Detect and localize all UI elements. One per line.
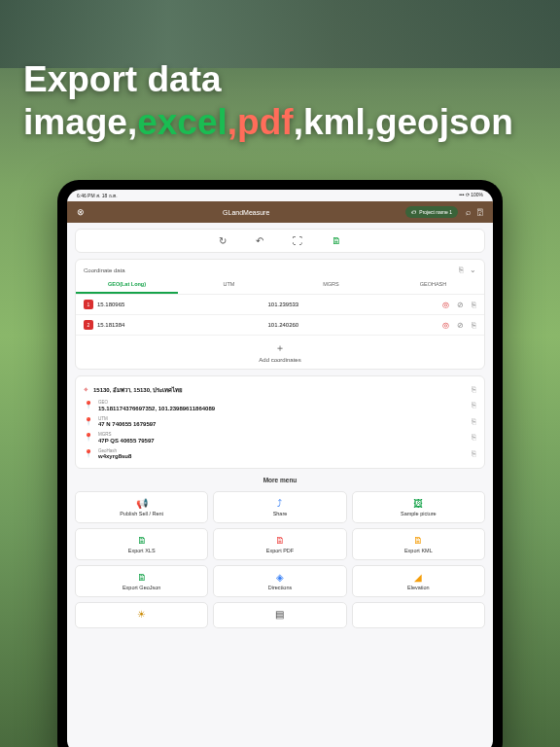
close-icon[interactable]: ⊗ — [75, 206, 87, 218]
more-menu-grid: 📢Publish Sell / Rent ⤴Share 🖼Sample pict… — [75, 491, 485, 628]
export-xls-button[interactable]: 🗎Export XLS — [75, 528, 208, 560]
app-title: GLandMeasure — [87, 209, 405, 216]
more-menu-title: More menu — [75, 475, 485, 485]
headline: Export data image,excel,pdf,kml,geojson — [23, 58, 541, 143]
directions-button[interactable]: ◈Directions — [213, 565, 346, 597]
info-card: ⌖15130, อัมพวา, 15130, ประเทศไทย⎘ 📍GEO15… — [75, 375, 485, 469]
battery-icon: ▤ — [275, 609, 284, 620]
kml-icon: 🗎 — [413, 535, 423, 546]
block-icon[interactable]: ⊘ — [457, 301, 464, 309]
sun-icon: ☀ — [137, 609, 146, 620]
tab-utm[interactable]: UTM — [178, 276, 280, 294]
reload-icon[interactable]: ↻ — [219, 235, 227, 246]
tab-geohash[interactable]: GEOHASH — [382, 276, 484, 294]
image-icon: 🖼 — [413, 498, 423, 509]
pin-icon: 📍 — [84, 449, 93, 458]
geojson-icon: 🗎 — [137, 572, 147, 583]
export-kml-button[interactable]: 🗎Export KML — [352, 528, 485, 560]
share-icon: ⤴ — [277, 498, 282, 509]
chevron-down-icon[interactable]: ⌄ — [470, 266, 476, 274]
pin-icon: 📍 — [84, 401, 93, 409]
copy-icon[interactable]: ⎘ — [472, 321, 476, 330]
target-icon[interactable]: ◎ — [442, 301, 449, 309]
plus-icon: ＋ — [82, 341, 478, 355]
file-icon[interactable]: 🗎 — [332, 235, 341, 246]
coord-title: Coordinate data — [84, 267, 125, 273]
search-icon[interactable]: ⌕ — [462, 206, 473, 218]
export-geojson-button[interactable]: 🗎Export GeoJson — [75, 565, 208, 597]
coord-tabs: GEO(Lat Long) UTM MGRS GEOHASH — [76, 276, 484, 295]
tab-geo[interactable]: GEO(Lat Long) — [76, 276, 178, 294]
share-button[interactable]: ⤴Share — [213, 491, 346, 523]
status-bar: 6:46 PM ส. 18 ธ.ค. ••• ⟳ 100% — [67, 190, 493, 201]
elevation-icon: ◢ — [414, 572, 422, 583]
location-icon: ⌖ — [84, 385, 88, 395]
target-icon[interactable]: ◎ — [442, 321, 449, 330]
campaign-icon: 📢 — [136, 498, 148, 509]
sample-picture-button[interactable]: 🖼Sample picture — [352, 491, 485, 523]
copy-icon[interactable]: ⎘ — [459, 266, 464, 274]
coord-row: 1 15.180965 101.239533 ◎ ⊘ ⎘ — [76, 295, 484, 315]
block-icon[interactable]: ⊘ — [457, 321, 464, 330]
menu-button[interactable] — [352, 602, 485, 628]
copy-icon[interactable]: ⎘ — [472, 417, 476, 426]
coord-card: Coordinate data ⎘⌄ GEO(Lat Long) UTM MGR… — [75, 259, 485, 370]
tablet-frame: 6:46 PM ส. 18 ธ.ค. ••• ⟳ 100% ⊗ GLandMea… — [57, 180, 503, 747]
project-pill[interactable]: 🏷Project name 1 — [405, 206, 458, 218]
undo-icon[interactable]: ↶ — [256, 235, 263, 246]
elevation-button[interactable]: ◢Elevation — [352, 565, 485, 597]
export-pdf-button[interactable]: 🗎Export PDF — [213, 528, 346, 560]
copy-icon[interactable]: ⎘ — [472, 301, 476, 309]
publish-button[interactable]: 📢Publish Sell / Rent — [75, 491, 208, 523]
coord-row: 2 15.181384 101.240260 ◎ ⊘ ⎘ — [76, 315, 484, 336]
copy-icon[interactable]: ⎘ — [472, 433, 476, 442]
copy-icon[interactable]: ⎘ — [472, 385, 476, 394]
scan-icon[interactable]: ⛶ — [293, 235, 302, 246]
pin-icon: 📍 — [84, 417, 93, 426]
pdf-icon: 🗎 — [275, 535, 285, 546]
tab-mgrs[interactable]: MGRS — [280, 276, 382, 294]
copy-icon[interactable]: ⎘ — [472, 401, 476, 409]
app-bar: ⊗ GLandMeasure 🏷Project name 1 ⌕ ⍰ — [67, 201, 493, 223]
help-icon[interactable]: ⍰ — [473, 206, 485, 218]
pin-icon: 📍 — [84, 433, 93, 442]
weather-button[interactable]: ☀ — [75, 602, 208, 628]
add-coordinates-button[interactable]: ＋ Add coordinates — [76, 336, 484, 369]
menu-button[interactable]: ▤ — [213, 602, 346, 628]
directions-icon: ◈ — [276, 572, 284, 583]
xls-icon: 🗎 — [137, 535, 147, 546]
copy-icon[interactable]: ⎘ — [472, 449, 476, 458]
tool-row: ↻ ↶ ⛶ 🗎 — [75, 229, 485, 253]
